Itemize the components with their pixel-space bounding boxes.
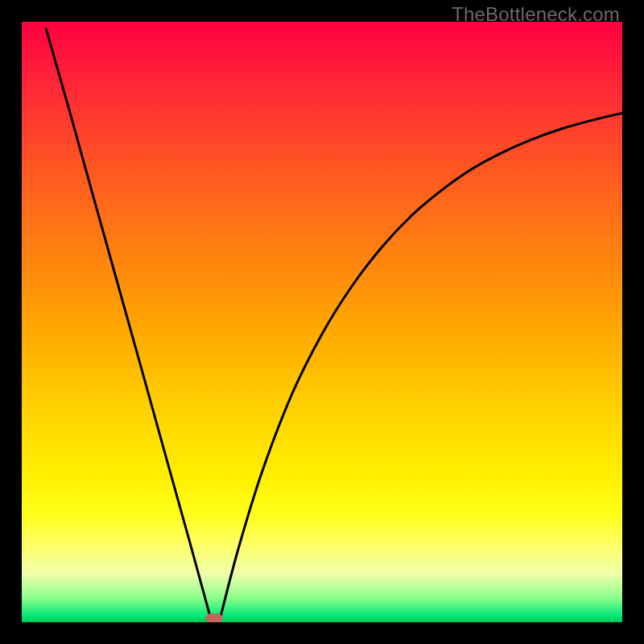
plot-area <box>22 22 622 622</box>
minimum-marker <box>205 613 223 622</box>
curve-svg <box>22 22 622 622</box>
chart-frame <box>0 0 644 644</box>
watermark-text: TheBottleneck.com <box>452 3 620 26</box>
curve-path <box>46 27 622 619</box>
